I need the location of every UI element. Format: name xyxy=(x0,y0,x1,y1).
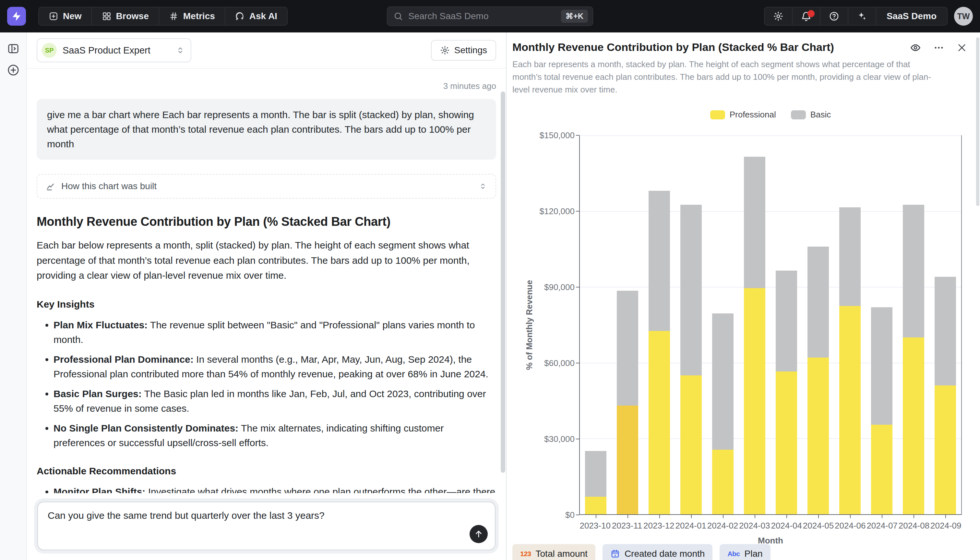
notifications-button[interactable] xyxy=(792,7,820,25)
field-tags: 123 Total amount Created date month Abc … xyxy=(512,544,967,560)
notification-badge xyxy=(807,10,815,17)
list-item: Basic Plan Surges: The Basic plan led in… xyxy=(53,387,496,416)
y-tick: $90,000 xyxy=(544,282,575,292)
chevron-selector-icon xyxy=(478,182,487,190)
eye-icon[interactable] xyxy=(910,42,921,53)
toggle-sidebar-button[interactable] xyxy=(7,42,20,55)
x-tick-label: 2024-05 xyxy=(802,521,834,531)
bar-2024-03[interactable] xyxy=(739,135,771,514)
user-message-bubble: give me a bar chart where Each bar repre… xyxy=(37,99,496,160)
legend-item-professional[interactable]: Professional xyxy=(710,110,776,120)
avatar-initials: TW xyxy=(957,12,970,21)
insights-list: Plan Mix Fluctuates: The revenue split b… xyxy=(37,318,496,450)
expander-label: How this chart was built xyxy=(61,181,157,192)
metrics-button[interactable]: Metrics xyxy=(159,7,225,25)
help-icon xyxy=(829,11,839,22)
chat-scrollbar[interactable] xyxy=(501,92,505,488)
bar-2024-06[interactable] xyxy=(834,135,866,514)
y-tick: $0 xyxy=(565,510,575,520)
agent-selector[interactable]: SP SaaS Product Expert xyxy=(37,38,191,62)
user-avatar[interactable]: TW xyxy=(954,7,973,26)
x-tick-label: 2024-06 xyxy=(834,521,866,531)
grid-icon xyxy=(102,12,111,21)
browse-button[interactable]: Browse xyxy=(91,7,159,25)
y-tick: $60,000 xyxy=(544,358,575,368)
how-built-expander[interactable]: How this chart was built xyxy=(37,174,496,198)
chart-panel: Monthly Revenue Contribution by Plan (St… xyxy=(507,32,980,560)
legend-label: Professional xyxy=(730,110,776,120)
bar-2024-08[interactable] xyxy=(898,135,929,514)
tag-plan[interactable]: Abc Plan xyxy=(719,544,770,560)
abc-icon: Abc xyxy=(728,550,740,558)
help-button[interactable] xyxy=(820,7,848,25)
bar-2024-07[interactable] xyxy=(866,135,898,514)
project-selector[interactable]: SaaS Demo xyxy=(875,7,947,25)
window-scrollbar[interactable] xyxy=(976,37,979,206)
top-nav: New Browse Metrics Ask AI Search SaaS De… xyxy=(0,0,980,32)
agent-avatar: SP xyxy=(42,43,57,58)
bar-2023-11[interactable] xyxy=(611,135,643,514)
gear-icon xyxy=(440,45,450,55)
x-tick-label: 2024-07 xyxy=(866,521,898,531)
bar-2023-12[interactable] xyxy=(643,135,675,514)
more-menu-icon[interactable] xyxy=(933,42,944,53)
bar-2024-01[interactable] xyxy=(675,135,707,514)
app-logo[interactable] xyxy=(7,7,26,26)
chat-input[interactable]: Can you give the same trend but quarterl… xyxy=(37,502,495,550)
hash-icon xyxy=(169,12,179,21)
new-thread-button[interactable] xyxy=(7,63,20,77)
settings-label: Settings xyxy=(454,45,487,55)
project-label: SaaS Demo xyxy=(887,11,937,22)
sidebar-toggle-icon xyxy=(7,42,20,55)
new-button[interactable]: New xyxy=(39,7,91,25)
tag-label: Total amount xyxy=(536,548,588,559)
legend-item-basic[interactable]: Basic xyxy=(791,110,831,120)
message-timestamp: 3 minutes ago xyxy=(37,81,496,91)
y-tick: $30,000 xyxy=(544,434,575,444)
legend-label: Basic xyxy=(811,110,831,120)
send-button[interactable] xyxy=(470,525,488,543)
bar-2024-05[interactable] xyxy=(802,135,834,514)
metrics-label: Metrics xyxy=(183,11,215,22)
tag-created-date-month[interactable]: Created date month xyxy=(603,544,713,560)
chart-description: Each bar represents a month, stacked by … xyxy=(512,58,934,96)
settings-icon-button[interactable] xyxy=(765,7,792,25)
x-tick-label: 2023-10 xyxy=(579,521,611,531)
close-icon[interactable] xyxy=(957,43,967,53)
bar-2024-04[interactable] xyxy=(771,135,802,514)
list-item: No Single Plan Consistently Dominates: T… xyxy=(53,421,496,450)
sparkles-icon xyxy=(857,11,867,22)
calendar-icon xyxy=(610,549,620,559)
basic-swatch xyxy=(791,110,806,119)
tag-label: Created date month xyxy=(625,548,705,559)
tag-total-amount[interactable]: 123 Total amount xyxy=(512,544,595,560)
chat-message-list[interactable]: 3 minutes ago give me a bar chart where … xyxy=(27,69,506,493)
numeric-123-icon: 123 xyxy=(520,550,531,558)
list-item: Professional Plan Dominance: In several … xyxy=(53,352,496,381)
nav-icon-group: SaaS Demo xyxy=(764,7,948,26)
professional-swatch xyxy=(710,110,725,119)
recommendations-heading: Actionable Recommendations xyxy=(37,466,496,477)
chart-line-icon xyxy=(46,182,55,191)
x-tick-label: 2023-12 xyxy=(643,521,675,531)
plus-square-icon xyxy=(49,12,58,21)
chat-ai-icon xyxy=(235,12,245,21)
bar-2023-10[interactable] xyxy=(580,135,611,514)
y-tick: $150,000 xyxy=(540,130,575,140)
ask-ai-button[interactable]: Ask AI xyxy=(225,7,287,25)
list-item: Plan Mix Fluctuates: The revenue split b… xyxy=(53,318,496,347)
settings-button[interactable]: Settings xyxy=(431,40,496,61)
chart-legend: Professional Basic xyxy=(579,110,962,120)
search-shortcut-badge: ⌘+K xyxy=(561,10,588,23)
bar-2024-09[interactable] xyxy=(929,135,961,514)
x-tick-label: 2024-09 xyxy=(930,521,962,531)
ai-sparkles-button[interactable] xyxy=(848,7,875,25)
y-tick: $120,000 xyxy=(540,207,575,217)
lightning-bolt-icon xyxy=(11,11,22,22)
search-input[interactable]: Search SaaS Demo ⌘+K xyxy=(387,7,593,26)
x-axis-title: Month xyxy=(579,536,962,546)
bar-2024-02[interactable] xyxy=(707,135,739,514)
y-axis-title: % of Monthly Revenue xyxy=(524,135,535,515)
list-item: Monitor Plan Shifts: Investigate what dr… xyxy=(53,484,496,493)
chat-input-value: Can you give the same trend but quarterl… xyxy=(48,510,450,521)
